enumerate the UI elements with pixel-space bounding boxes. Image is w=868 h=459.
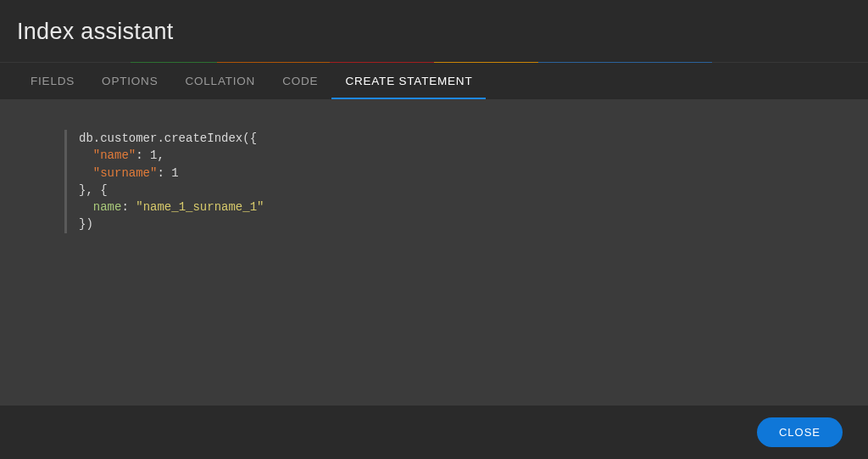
accent-divider [0,62,868,63]
tab-bar: FIELDS OPTIONS COLLATION CODE CREATE STA… [0,63,868,99]
code-option-ident: name [93,200,122,214]
dialog-header: Index assistant [0,0,868,62]
code-option-sep: : [121,200,136,214]
tab-create-statement[interactable]: CREATE STATEMENT [331,63,486,99]
close-button[interactable]: CLOSE [757,417,843,447]
code-colon-0: : [136,148,150,162]
content-area: db.customer.createIndex({ "name": 1, "su… [0,99,868,406]
code-prefix: db.customer.createIndex [79,132,242,145]
code-comma-0: , [157,148,164,162]
tab-fields[interactable]: FIELDS [17,63,88,99]
code-option-value: "name_1_surname_1" [136,200,264,214]
tab-code[interactable]: CODE [269,63,331,99]
code-field-val-1: 1 [171,166,178,180]
create-statement-code: db.customer.createIndex({ "name": 1, "su… [64,130,844,233]
dialog-title: Index assistant [17,19,851,45]
dialog-footer: CLOSE [0,406,868,459]
tab-collation[interactable]: COLLATION [171,63,269,99]
code-close: }) [79,217,93,231]
code-colon-1: : [157,166,171,180]
code-mid: }, { [79,183,108,197]
code-field-key-1: "surname" [93,166,158,180]
code-open: ({ [242,132,257,145]
tab-options[interactable]: OPTIONS [88,63,171,99]
code-field-key-0: "name" [93,148,136,162]
